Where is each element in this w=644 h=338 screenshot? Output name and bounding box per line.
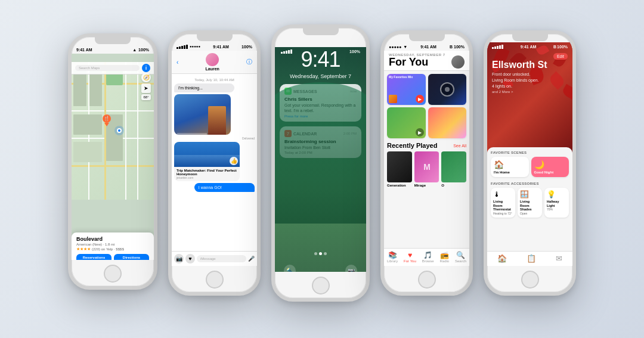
home-button-messages[interactable]	[206, 271, 224, 289]
back-button-messages[interactable]: ‹	[177, 59, 178, 66]
thermostat-status: Heating to 72°	[493, 212, 513, 215]
battery-lock: 100%	[349, 49, 360, 54]
tab-home[interactable]: 🏠	[497, 254, 507, 263]
phone-home: 9:41 AM B 100% Edit Ellsworth St Front d…	[484, 30, 576, 296]
home-accessories: 🌡 Living Room Thermostat Heating to 72° …	[491, 188, 569, 218]
tab-automation[interactable]: ✉	[556, 254, 562, 263]
music-body: ▶ My Favorites Mix	[384, 71, 469, 266]
torch-icon[interactable]: 🔦	[284, 265, 296, 272]
recently-played-title: Recently Played	[387, 142, 437, 149]
scenes-label: Favorite Scenes	[491, 151, 569, 154]
home-description: Front door unlocked. Living Room blinds …	[492, 72, 568, 89]
music-header: WEDNESDAY, SEPTEMBER 7 For You	[384, 51, 469, 71]
message-bubble-thinking: I'm thinking...	[174, 83, 234, 92]
messages-body: Today, July 10, 10:44 AM I'm thinking...…	[172, 74, 257, 263]
home-bottom-tabs: 🏠 📋 ✉	[487, 251, 572, 266]
contact-info-button[interactable]: ⓘ	[246, 58, 252, 66]
shades-name: Living Room Shades	[520, 200, 540, 212]
favorites-label: My Favorites Mix	[389, 75, 413, 79]
restaurant-sub: American (New) · 1.8 mi	[76, 243, 149, 246]
nav-library[interactable]: 📚 Library	[387, 251, 398, 263]
compass-icon[interactable]: 🧭	[141, 73, 151, 82]
shades-icon: 🪟	[520, 190, 540, 199]
camera-icon[interactable]: 📷	[174, 254, 184, 263]
link-title: Trip Matchmaker: Find Your Perfect Honey…	[177, 169, 237, 176]
music-for-you-title: For You	[389, 57, 445, 67]
music-card-3[interactable]: ▶	[387, 107, 426, 138]
messages-content: ‹ Lauren ⓘ Today, July 10, 10:44 AM I'm …	[172, 51, 257, 266]
nav-for-you[interactable]: ♥ For You	[404, 251, 416, 263]
im-home-icon: 🏠	[494, 160, 526, 169]
lock-screen-content: 100% 9:41 Wednesday, September 7 ✉ MESSA…	[275, 47, 366, 272]
music-cards-grid: ▶ My Favorites Mix	[387, 74, 466, 138]
scene-im-home[interactable]: 🏠 I'm Home	[491, 157, 529, 177]
contact-name: Lauren	[206, 67, 219, 71]
home-button-lock[interactable]	[312, 277, 330, 294]
music-card-favorites[interactable]: ▶ My Favorites Mix	[387, 74, 426, 105]
phone-maps: 9:41 AM ▲ 100%	[68, 33, 157, 290]
location-icon[interactable]: ➤	[141, 83, 151, 93]
phone-messages: ●●●●● 9:41 AM 100% ‹ Lauren ⓘ Today, Ju	[168, 30, 261, 296]
status-bar-music: ●●●●● ▼ 9:41 AM B 100%	[384, 42, 469, 51]
maps-info-icon[interactable]: i	[142, 64, 150, 72]
message-input[interactable]: iMessage	[197, 255, 246, 262]
home-button-music[interactable]	[418, 271, 436, 289]
album-o[interactable]: O	[441, 151, 466, 187]
restaurant-name: Boulevard	[76, 236, 149, 242]
nav-radio[interactable]: 📻 Radio	[440, 251, 450, 263]
reservations-button[interactable]: Reservations OpenTable	[76, 254, 112, 260]
phone-music: ●●●●● ▼ 9:41 AM B 100% WEDNESDAY, SEPTEM…	[380, 30, 473, 296]
home-app-content: 9:41 AM B 100% Edit Ellsworth St Front d…	[487, 42, 572, 266]
microphone-icon[interactable]: 🎤	[248, 256, 255, 262]
like-button[interactable]: 👍	[230, 157, 238, 165]
home-more[interactable]: and 2 More >	[492, 90, 568, 94]
phone-music-screen: ●●●●● ▼ 9:41 AM B 100% WEDNESDAY, SEPTEM…	[384, 42, 469, 266]
light-name: Hallway Light	[547, 200, 566, 207]
music-card-2[interactable]	[428, 74, 467, 105]
home-button-maps[interactable]	[104, 265, 122, 283]
accessory-thermostat[interactable]: 🌡 Living Room Thermostat Heating to 72°	[491, 188, 515, 218]
thermostat-icon: 🌡	[493, 190, 513, 199]
battery-music: 100%	[454, 45, 465, 49]
nav-search[interactable]: 🔍 Search	[455, 251, 466, 263]
temp-badge: 68°	[141, 94, 151, 100]
accessories-label: Favorite Accessories	[491, 182, 569, 185]
status-time-home: 9:41 AM	[521, 45, 537, 49]
light-icon: 💡	[547, 190, 566, 199]
lock-camera-icon[interactable]: 📷	[345, 265, 357, 272]
message-link-card: 👍 Trip Matchmaker: Find Your Perfect Hon…	[174, 142, 240, 181]
thermostat-name: Living Room Thermostat	[493, 200, 513, 212]
album-mirage[interactable]: M Mirage	[414, 151, 439, 187]
album-o-name: O	[441, 184, 466, 187]
play-button-3[interactable]: ▶	[416, 128, 424, 137]
accessory-light[interactable]: 💡 Hallway Light 70%	[544, 188, 569, 218]
album-generation[interactable]: Generation	[387, 151, 412, 187]
tab-rooms[interactable]: 📋	[527, 254, 536, 263]
phone-home-screen: 9:41 AM B 100% Edit Ellsworth St Front d…	[487, 42, 572, 266]
home-button-home-app[interactable]	[521, 271, 539, 289]
lock-wave-bg	[275, 82, 366, 224]
see-all-button[interactable]: See All	[453, 144, 466, 148]
nav-browse[interactable]: 🎵 Browse	[422, 251, 434, 263]
good-night-label: Good Night	[534, 170, 566, 174]
restaurant-stars: ★★★★	[76, 247, 91, 252]
maps-content: 🍴 Search Maps i 🧭 ➤ 68°	[72, 54, 154, 260]
good-night-icon: 🌙	[534, 160, 566, 169]
home-scenes: 🏠 I'm Home 🌙 Good Night	[491, 157, 569, 177]
recently-played-list: Generation M Mirage O	[387, 151, 466, 187]
phone-messages-screen: ●●●●● 9:41 AM 100% ‹ Lauren ⓘ Today, Ju	[172, 42, 257, 266]
music-content: WEDNESDAY, SEPTEMBER 7 For You ▶ My Favo…	[384, 51, 469, 266]
lock-date: Wednesday, September 7	[275, 73, 366, 79]
directions-button[interactable]: Directions 11 min drive	[114, 254, 149, 260]
recently-played-header: Recently Played See All	[387, 142, 466, 149]
edit-button[interactable]: Edit	[553, 53, 568, 60]
accessory-shades[interactable]: 🪟 Living Room Shades Open	[518, 188, 542, 218]
scene-good-night[interactable]: 🌙 Good Night	[531, 157, 569, 177]
play-button-favorites[interactable]: ▶	[416, 95, 424, 103]
lock-page-dots	[275, 252, 366, 255]
message-date: Today, July 10, 10:44 AM	[174, 78, 255, 82]
battery-maps: 100%	[138, 48, 149, 52]
music-card-4[interactable]	[428, 107, 467, 138]
music-user-avatar	[451, 55, 465, 69]
heart-icon[interactable]: ♥	[185, 254, 195, 263]
